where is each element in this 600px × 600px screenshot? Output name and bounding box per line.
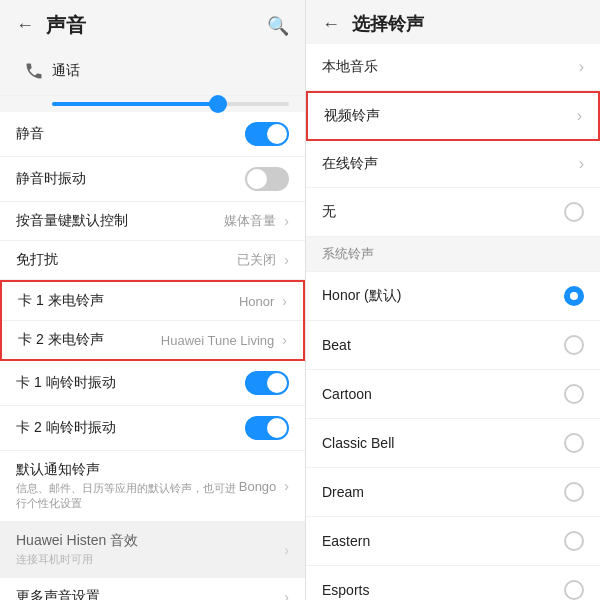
chevron-right-icon: › (284, 252, 289, 268)
huawei-histen-label: Huawei Histen 音效 (16, 532, 280, 550)
card1-ringtone-label: 卡 1 来电铃声 (18, 292, 239, 310)
default-notif-desc: 信息、邮件、日历等应用的默认铃声，也可进行个性化设置 (16, 481, 239, 511)
beat-item[interactable]: Beat (306, 321, 600, 370)
card-ringtone-group: 卡 1 来电铃声 Honor › 卡 2 来电铃声 Huawei Tune Li… (0, 280, 305, 361)
dream-radio[interactable] (564, 482, 584, 502)
volume-key-label: 按音量键默认控制 (16, 212, 224, 230)
dnd-item[interactable]: 免打扰 已关闭 › (0, 241, 305, 280)
phone-icon (16, 53, 52, 89)
cartoon-label: Cartoon (322, 386, 564, 402)
default-notif-label: 默认通知铃声 (16, 461, 239, 479)
mute-item: 静音 (0, 112, 305, 157)
classic-bell-item[interactable]: Classic Bell (306, 419, 600, 468)
chevron-right-icon: › (282, 332, 287, 348)
card1-ringtone-item[interactable]: 卡 1 来电铃声 Honor › (2, 282, 303, 321)
video-ringtone-item[interactable]: 视频铃声 › (306, 91, 600, 141)
chevron-right-icon: › (284, 478, 289, 494)
eastern-label: Eastern (322, 533, 564, 549)
call-label: 通话 (52, 62, 289, 80)
cartoon-item[interactable]: Cartoon (306, 370, 600, 419)
esports-label: Esports (322, 582, 564, 598)
default-notif-item[interactable]: 默认通知铃声 信息、邮件、日历等应用的默认铃声，也可进行个性化设置 Bongo … (0, 451, 305, 522)
chevron-right-icon: › (284, 213, 289, 229)
esports-radio[interactable] (564, 580, 584, 600)
back-button[interactable]: ← (16, 15, 34, 36)
chevron-right-icon: › (284, 589, 289, 600)
card2-ringtone-value: Huawei Tune Living (161, 333, 274, 348)
card2-ringtone-item[interactable]: 卡 2 来电铃声 Huawei Tune Living › (2, 321, 303, 359)
system-ringtone-header: 系统铃声 (306, 237, 600, 272)
call-section: 通话 (0, 47, 305, 96)
ringtone-list: 本地音乐 › 视频铃声 › 在线铃声 › 无 系统铃声 Honor (默认) B… (306, 44, 600, 600)
card1-vibration-item: 卡 1 响铃时振动 (0, 361, 305, 406)
online-ringtone-label: 在线铃声 (322, 155, 579, 173)
local-music-label: 本地音乐 (322, 58, 579, 76)
mute-toggle[interactable] (245, 122, 289, 146)
none-item[interactable]: 无 (306, 188, 600, 237)
dream-label: Dream (322, 484, 564, 500)
dnd-label: 免打扰 (16, 251, 237, 269)
dnd-value: 已关闭 (237, 251, 276, 269)
default-notif-value: Bongo (239, 479, 277, 494)
back-button-right[interactable]: ← (322, 14, 340, 35)
chevron-right-icon: › (282, 293, 287, 309)
mute-vibration-toggle[interactable] (245, 167, 289, 191)
call-volume-slider[interactable] (0, 96, 305, 112)
honor-radio[interactable] (564, 286, 584, 306)
huawei-histen-item: Huawei Histen 音效 连接耳机时可用 › (0, 522, 305, 578)
page-title: 声音 (46, 12, 86, 39)
beat-label: Beat (322, 337, 564, 353)
volume-key-item[interactable]: 按音量键默认控制 媒体音量 › (0, 202, 305, 241)
online-ringtone-item[interactable]: 在线铃声 › (306, 141, 600, 188)
arrow-right-icon: › (579, 155, 584, 173)
left-header: ← 声音 🔍 (0, 0, 305, 47)
card2-vibration-toggle[interactable] (245, 416, 289, 440)
honor-item[interactable]: Honor (默认) (306, 272, 600, 321)
cartoon-radio[interactable] (564, 384, 584, 404)
arrow-right-icon: › (579, 58, 584, 76)
arrow-right-icon: › (577, 107, 582, 125)
none-label: 无 (322, 203, 564, 221)
volume-key-value: 媒体音量 (224, 212, 276, 230)
dream-item[interactable]: Dream (306, 468, 600, 517)
left-panel: ← 声音 🔍 通话 静音 (0, 0, 305, 600)
mute-vibration-label: 静音时振动 (16, 170, 245, 188)
video-ringtone-label: 视频铃声 (324, 107, 577, 125)
more-audio-item[interactable]: 更多声音设置 › (0, 578, 305, 600)
more-audio-label: 更多声音设置 (16, 588, 280, 600)
classic-bell-label: Classic Bell (322, 435, 564, 451)
esports-item[interactable]: Esports (306, 566, 600, 600)
chevron-right-icon: › (284, 542, 289, 558)
beat-radio[interactable] (564, 335, 584, 355)
huawei-histen-desc: 连接耳机时可用 (16, 552, 280, 567)
eastern-radio[interactable] (564, 531, 584, 551)
mute-label: 静音 (16, 125, 245, 143)
right-title: 选择铃声 (352, 12, 424, 36)
mute-vibration-item: 静音时振动 (0, 157, 305, 202)
eastern-item[interactable]: Eastern (306, 517, 600, 566)
right-panel: ← 选择铃声 本地音乐 › 视频铃声 › 在线铃声 › 无 系统铃声 Honor… (305, 0, 600, 600)
card1-vibration-toggle[interactable] (245, 371, 289, 395)
classic-bell-radio[interactable] (564, 433, 584, 453)
card2-vibration-item: 卡 2 响铃时振动 (0, 406, 305, 451)
card1-ringtone-value: Honor (239, 294, 274, 309)
honor-label: Honor (默认) (322, 287, 564, 305)
card2-ringtone-label: 卡 2 来电铃声 (18, 331, 161, 349)
search-button[interactable]: 🔍 (267, 15, 289, 37)
card1-vibration-label: 卡 1 响铃时振动 (16, 374, 245, 392)
none-radio[interactable] (564, 202, 584, 222)
local-music-item[interactable]: 本地音乐 › (306, 44, 600, 91)
right-header: ← 选择铃声 (306, 0, 600, 44)
card2-vibration-label: 卡 2 响铃时振动 (16, 419, 245, 437)
